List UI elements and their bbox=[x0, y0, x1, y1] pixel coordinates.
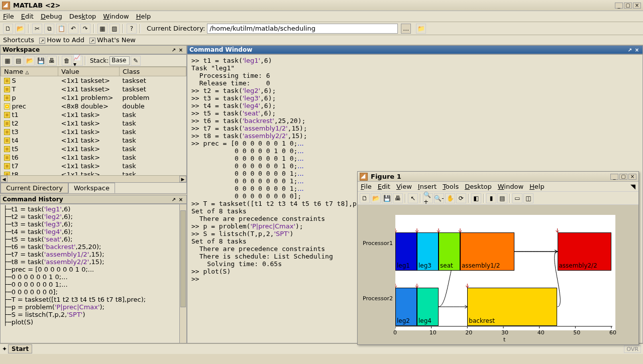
maximize-button[interactable]: ▢ bbox=[624, 3, 632, 9]
main-menubar[interactable]: File Edit Debug Desktop Window Help bbox=[0, 11, 643, 22]
fig-menu-file[interactable]: File bbox=[361, 183, 372, 190]
zoom-out-icon[interactable]: 🔍- bbox=[434, 193, 444, 203]
command-history-body[interactable]: ├─t1 = task('leg1',6)├─t2 = task('leg2',… bbox=[1, 204, 186, 343]
howto-add-link[interactable]: ↗How to Add bbox=[39, 36, 84, 44]
history-line[interactable]: ├─0 0 0 0 0 0 0]; bbox=[4, 288, 183, 296]
import-data-icon[interactable]: 📂 bbox=[25, 56, 35, 66]
hide-tools-icon[interactable]: ▭ bbox=[512, 193, 522, 203]
pointer-icon[interactable]: ↖ bbox=[408, 193, 418, 203]
whatsnew-link[interactable]: ↗What's New bbox=[89, 36, 136, 44]
history-line[interactable]: ├─t2 = task('leg2',6); bbox=[4, 213, 183, 220]
history-line[interactable]: ├─prec = [0 0 0 0 0 0 1 0;... bbox=[4, 266, 183, 273]
delete-icon[interactable]: 🗑 bbox=[62, 56, 72, 66]
save-fig-icon[interactable]: 💾 bbox=[382, 193, 392, 203]
print-fig-icon[interactable]: 🖶 bbox=[393, 193, 403, 203]
history-line[interactable]: ├─t6 = task('backrest',25,20); bbox=[4, 243, 183, 251]
workspace-hscroll[interactable]: ◀▶ bbox=[1, 175, 186, 182]
table-row[interactable]: S<1x1 taskset>taskset bbox=[1, 76, 186, 85]
table-row[interactable]: prec<8x8 double>double bbox=[1, 102, 186, 110]
tab-workspace[interactable]: Workspace bbox=[68, 183, 115, 193]
fig-menu-tools[interactable]: Tools bbox=[443, 183, 459, 190]
open-var-icon[interactable]: ▤ bbox=[14, 56, 24, 66]
table-row[interactable]: p<1x1 problem>problem bbox=[1, 93, 186, 102]
zoom-in-icon[interactable]: 🔍+ bbox=[423, 193, 433, 203]
stack-selector[interactable]: Base bbox=[110, 56, 130, 65]
undo-icon[interactable]: ↶ bbox=[68, 24, 78, 34]
save-ws-icon[interactable]: 💾 bbox=[36, 56, 46, 66]
undock-icon[interactable]: ↗ bbox=[170, 46, 177, 53]
fig-menu-view[interactable]: View bbox=[396, 183, 412, 190]
undock-icon[interactable]: ↗ bbox=[626, 46, 633, 53]
history-line[interactable]: ├─0 0 0 0 0 0 0 1;... bbox=[4, 281, 183, 288]
datacursor-icon[interactable]: ◧ bbox=[471, 193, 481, 203]
figure-titlebar[interactable]: Figure 1 _ ▢ × bbox=[358, 172, 638, 182]
menu-debug[interactable]: Debug bbox=[41, 13, 62, 20]
menu-help[interactable]: Help bbox=[136, 13, 151, 20]
table-row[interactable]: t8<1x1 task>task bbox=[1, 170, 186, 176]
tab-current-directory[interactable]: Current Directory bbox=[1, 183, 68, 193]
table-row[interactable]: t3<1x1 task>task bbox=[1, 128, 186, 136]
fig-menu-desktop[interactable]: Desktop bbox=[465, 183, 492, 190]
paste-icon[interactable]: 📋 bbox=[56, 24, 66, 34]
minimize-button[interactable]: _ bbox=[615, 3, 623, 9]
table-row[interactable]: T<1x1 taskset>taskset bbox=[1, 85, 186, 93]
menu-window[interactable]: Window bbox=[103, 13, 129, 20]
history-line[interactable]: ├─t5 = task('seat',6); bbox=[4, 235, 183, 243]
fig-menu-window[interactable]: Window bbox=[498, 183, 523, 190]
history-line[interactable]: ├─t8 = task('assembly2/2',15); bbox=[4, 258, 183, 266]
browse-button[interactable]: … bbox=[401, 24, 411, 34]
panel-close-icon[interactable]: × bbox=[633, 46, 640, 53]
colorbar-icon[interactable]: ▮ bbox=[486, 193, 496, 203]
cut-icon[interactable]: ✂ bbox=[32, 24, 42, 34]
menu-desktop[interactable]: Desktop bbox=[69, 13, 96, 20]
up-folder-icon[interactable]: 📁 bbox=[416, 24, 426, 34]
guide-icon[interactable]: ▨ bbox=[110, 24, 120, 34]
close-button[interactable]: × bbox=[628, 174, 636, 180]
minimize-button[interactable]: _ bbox=[610, 174, 618, 180]
table-row[interactable]: t6<1x1 task>task bbox=[1, 153, 186, 162]
help-icon[interactable]: ? bbox=[127, 24, 137, 34]
figure-window[interactable]: Figure 1 _ ▢ × File Edit View Insert Too… bbox=[357, 171, 639, 345]
rotate-icon[interactable]: ⟳ bbox=[456, 193, 466, 203]
menu-edit[interactable]: Edit bbox=[21, 13, 34, 20]
table-row[interactable]: t2<1x1 task>task bbox=[1, 119, 186, 128]
print-icon[interactable]: 🖶 bbox=[47, 56, 57, 66]
menu-overflow-icon[interactable]: ◥ bbox=[630, 183, 635, 190]
new-fig-icon[interactable]: 🗋 bbox=[360, 193, 370, 203]
copy-icon[interactable]: ⧉ bbox=[44, 24, 54, 34]
history-line[interactable]: ├─t7 = task('assembly1/2',15); bbox=[4, 251, 183, 258]
show-tools-icon[interactable]: ◫ bbox=[523, 193, 533, 203]
figure-menubar[interactable]: File Edit View Insert Tools Desktop Wind… bbox=[358, 182, 638, 192]
new-file-icon[interactable]: 🗋 bbox=[3, 24, 13, 34]
cmdhist-vscroll[interactable] bbox=[179, 204, 186, 343]
history-line[interactable]: ├─p = problem('P|prec|Cmax'); bbox=[4, 303, 183, 311]
open-fig-icon[interactable]: 📂 bbox=[371, 193, 381, 203]
stack-edit-icon[interactable]: ✎ bbox=[131, 56, 141, 66]
table-row[interactable]: t7<1x1 task>task bbox=[1, 162, 186, 170]
plot-dropdown-icon[interactable]: 📈▾ bbox=[73, 56, 83, 66]
undock-icon[interactable]: ↗ bbox=[170, 196, 177, 203]
legend-icon[interactable]: ▤ bbox=[497, 193, 507, 203]
panel-close-icon[interactable]: × bbox=[177, 46, 184, 53]
table-row[interactable]: t4<1x1 task>task bbox=[1, 136, 186, 145]
start-button[interactable]: Start bbox=[8, 344, 32, 353]
history-line[interactable]: ├─t1 = task('leg1',6) bbox=[4, 205, 183, 213]
redo-icon[interactable]: ↷ bbox=[80, 24, 90, 34]
table-row[interactable]: t5<1x1 task>task bbox=[1, 145, 186, 153]
history-line[interactable]: ├─0 0 0 0 0 0 1 0;... bbox=[4, 273, 183, 281]
history-line[interactable]: ├─t3 = task('leg3',6); bbox=[4, 220, 183, 228]
fig-menu-insert[interactable]: Insert bbox=[418, 183, 437, 190]
menu-file[interactable]: File bbox=[3, 13, 14, 20]
pan-icon[interactable]: ✋ bbox=[445, 193, 455, 203]
maximize-button[interactable]: ▢ bbox=[619, 174, 627, 180]
history-line[interactable]: ├─S = listsch(T,p,2,'SPT') bbox=[4, 311, 183, 318]
history-line[interactable]: ├─T = taskset([t1 t2 t3 t4 t5 t6 t7 t8],… bbox=[4, 296, 183, 303]
history-line[interactable]: ├─t4 = task('leg4',6); bbox=[4, 228, 183, 235]
new-var-icon[interactable]: ▦ bbox=[3, 56, 13, 66]
close-button[interactable]: × bbox=[633, 3, 641, 9]
open-file-icon[interactable]: 📂 bbox=[15, 24, 25, 34]
panel-close-icon[interactable]: × bbox=[177, 196, 184, 203]
simulink-icon[interactable]: ▦ bbox=[97, 24, 108, 34]
current-directory-input[interactable] bbox=[207, 24, 398, 34]
fig-menu-help[interactable]: Help bbox=[529, 183, 545, 190]
